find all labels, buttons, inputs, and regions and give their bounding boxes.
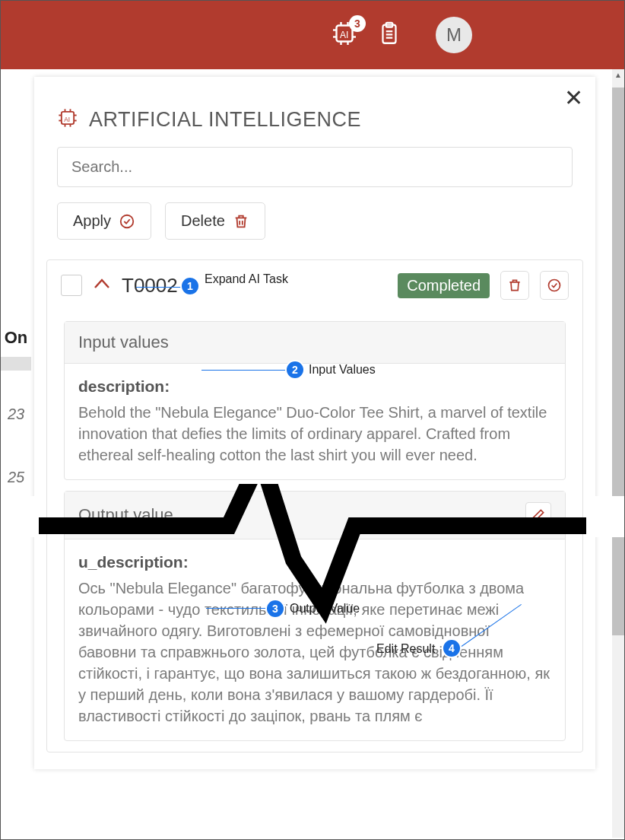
task-delete-button[interactable] — [500, 271, 529, 300]
task-card: T0002 Completed Input values description… — [46, 259, 583, 752]
check-circle-icon — [119, 213, 135, 230]
search-input[interactable] — [57, 147, 573, 187]
trash-icon — [507, 278, 522, 293]
input-values-card: Input values description: Behold the "Ne… — [64, 321, 566, 480]
callout-3-label: Output Value — [290, 602, 360, 616]
left-column: On 23 25 — [1, 69, 31, 491]
callout-4-marker: 4 — [442, 638, 462, 658]
svg-text:AI: AI — [64, 116, 70, 123]
ai-chip-header-icon: AI — [57, 107, 78, 132]
collapse-icon[interactable] — [93, 277, 111, 294]
callout-2-label: Input Values — [309, 363, 376, 377]
scrollbar[interactable]: ▲ — [612, 69, 624, 838]
task-id: T0002 — [122, 274, 178, 298]
description-text: Behold the "Nebula Elegance" Duo-Color T… — [78, 402, 551, 466]
callout-3-marker: 3 — [265, 599, 285, 619]
input-values-heading: Input values — [78, 332, 169, 352]
row-highlight — [1, 357, 31, 371]
scroll-up-icon[interactable]: ▲ — [612, 69, 624, 80]
edit-icon — [531, 508, 546, 523]
svg-point-28 — [549, 280, 560, 291]
ai-chip-icon[interactable]: AI 3 — [331, 20, 358, 50]
task-checkbox[interactable] — [61, 275, 82, 296]
apply-button[interactable]: Apply — [57, 202, 151, 240]
svg-point-25 — [121, 215, 134, 228]
on-label: On — [1, 69, 31, 352]
clipboard-icon[interactable] — [376, 21, 402, 49]
apply-label: Apply — [73, 212, 111, 230]
scroll-thumb[interactable] — [612, 88, 624, 635]
u-description-label: u_description: — [78, 553, 551, 571]
output-value-heading: Output value — [78, 505, 173, 525]
status-badge: Completed — [398, 273, 490, 298]
edit-result-button[interactable] — [525, 502, 551, 528]
ai-badge: 3 — [349, 15, 366, 32]
u-description-text: Ось "Nebula Elegance" багатофункціональн… — [78, 578, 551, 727]
trash-icon — [233, 213, 249, 230]
description-label: description: — [78, 377, 551, 396]
top-bar: AI 3 M — [1, 1, 624, 69]
delete-label: Delete — [181, 212, 225, 230]
callout-2-marker: 2 — [285, 360, 305, 380]
svg-text:AI: AI — [340, 30, 348, 40]
output-value-card: Output value u_description: Ось "Nebula … — [64, 491, 566, 741]
row-23: 23 — [1, 375, 31, 428]
callout-4-label: Edit Result — [376, 642, 435, 656]
ai-panel: ✕ AI ARTIFICIAL INTELLIGENCE Apply Delet… — [34, 77, 595, 769]
avatar[interactable]: M — [436, 17, 472, 53]
task-apply-button[interactable] — [540, 271, 569, 300]
delete-button[interactable]: Delete — [165, 202, 265, 240]
callout-1-label: Expand AI Task — [205, 272, 288, 286]
check-circle-icon — [547, 278, 562, 293]
panel-title: ARTIFICIAL INTELLIGENCE — [89, 108, 361, 132]
row-25: 25 — [1, 464, 31, 491]
close-icon[interactable]: ✕ — [564, 84, 583, 111]
callout-1-marker: 1 — [180, 276, 200, 296]
